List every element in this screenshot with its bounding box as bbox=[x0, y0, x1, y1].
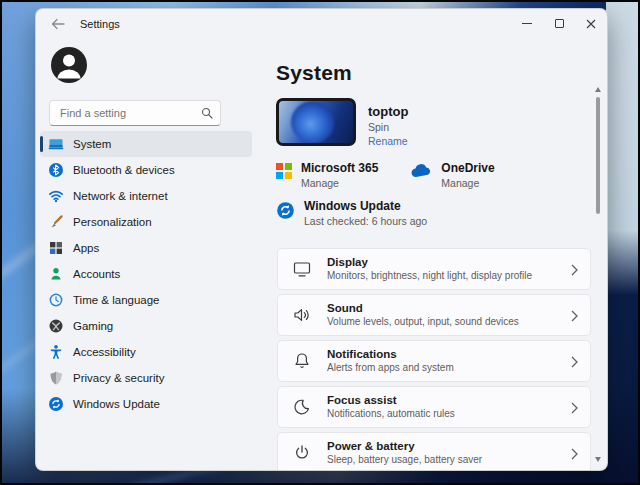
settings-row-subtitle: Monitors, brightness, night light, displ… bbox=[327, 270, 532, 283]
microsoft-logo-icon bbox=[276, 163, 292, 179]
xbox-icon bbox=[48, 318, 64, 334]
scroll-down-icon[interactable] bbox=[595, 457, 601, 462]
settings-row-title: Sound bbox=[327, 301, 519, 315]
search-input[interactable] bbox=[49, 100, 221, 126]
settings-row-focus-assist[interactable]: Focus assist Notifications, automatic ru… bbox=[277, 386, 591, 428]
sidebar-item-accessibility[interactable]: Accessibility bbox=[40, 339, 252, 365]
close-icon bbox=[586, 19, 596, 29]
sidebar-item-apps[interactable]: Apps bbox=[40, 235, 252, 261]
maximize-button[interactable] bbox=[543, 9, 575, 38]
update-subtitle: Last checked: 6 hours ago bbox=[304, 215, 427, 227]
sidebar-item-system[interactable]: System bbox=[40, 131, 252, 157]
sidebar-item-windows-update[interactable]: Windows Update bbox=[40, 391, 252, 417]
sidebar-item-label: Bluetooth & devices bbox=[73, 164, 175, 176]
microsoft-365-link[interactable]: Microsoft 365 Manage bbox=[276, 161, 378, 189]
minimize-icon bbox=[522, 23, 532, 24]
sidebar-item-privacy-security[interactable]: Privacy & security bbox=[40, 365, 252, 391]
power-icon bbox=[292, 443, 312, 463]
sidebar-item-bluetooth-devices[interactable]: Bluetooth & devices bbox=[40, 157, 252, 183]
scrollbar[interactable] bbox=[593, 87, 603, 462]
quick-link-action[interactable]: Manage bbox=[301, 177, 378, 189]
quick-link-action[interactable]: Manage bbox=[441, 177, 494, 189]
minimize-button[interactable] bbox=[511, 9, 543, 38]
settings-row-subtitle: Notifications, automatic rules bbox=[327, 408, 455, 421]
settings-list: Display Monitors, brightness, night ligh… bbox=[277, 248, 591, 471]
sidebar-item-label: Time & language bbox=[73, 294, 160, 306]
chevron-right-icon bbox=[571, 310, 578, 322]
bluetooth-icon bbox=[48, 162, 64, 178]
sidebar-item-accounts[interactable]: Accounts bbox=[40, 261, 252, 287]
shield-icon bbox=[48, 370, 64, 386]
search-icon[interactable] bbox=[201, 107, 213, 119]
close-button[interactable] bbox=[575, 9, 607, 38]
device-name: toptop bbox=[368, 104, 408, 119]
sidebar-item-label: Gaming bbox=[73, 320, 113, 332]
settings-row-subtitle: Sleep, battery usage, battery saver bbox=[327, 454, 482, 467]
wifi-icon bbox=[48, 188, 64, 204]
chevron-right-icon bbox=[571, 448, 578, 460]
titlebar[interactable]: Settings bbox=[36, 9, 607, 39]
windows-update-status[interactable]: Windows Update Last checked: 6 hours ago bbox=[276, 199, 427, 227]
chevron-right-icon bbox=[571, 356, 578, 368]
device-wallpaper-thumbnail bbox=[276, 98, 356, 146]
chevron-right-icon bbox=[571, 402, 578, 414]
sidebar-nav: System Bluetooth & devices Network & int… bbox=[40, 131, 252, 417]
settings-row-sound[interactable]: Sound Volume levels, output, input, soun… bbox=[277, 294, 591, 336]
back-arrow-icon bbox=[51, 18, 65, 30]
settings-row-subtitle: Alerts from apps and system bbox=[327, 362, 454, 375]
sync-icon bbox=[276, 201, 295, 220]
quick-link-title: Microsoft 365 bbox=[301, 161, 378, 175]
monitor-icon bbox=[48, 136, 64, 152]
sidebar-item-label: Network & internet bbox=[73, 190, 168, 202]
sidebar-item-gaming[interactable]: Gaming bbox=[40, 313, 252, 339]
sidebar-item-time-language[interactable]: Time & language bbox=[40, 287, 252, 313]
sidebar-item-personalization[interactable]: Personalization bbox=[40, 209, 252, 235]
device-info: toptop Spin Rename bbox=[276, 98, 408, 147]
accessibility-icon bbox=[48, 344, 64, 360]
page-title: System bbox=[276, 61, 352, 85]
settings-row-subtitle: Volume levels, output, input, sound devi… bbox=[327, 316, 519, 329]
window-title: Settings bbox=[80, 18, 120, 30]
user-avatar[interactable] bbox=[51, 47, 87, 83]
sync-icon bbox=[48, 396, 64, 412]
scroll-up-icon[interactable] bbox=[595, 87, 601, 92]
clock-icon bbox=[48, 292, 64, 308]
moon-icon bbox=[292, 397, 312, 417]
onedrive-link[interactable]: OneDrive Manage bbox=[410, 161, 506, 189]
display-icon bbox=[292, 259, 312, 279]
chevron-right-icon bbox=[571, 264, 578, 276]
quick-links: Microsoft 365 Manage OneDrive Manage bbox=[276, 161, 506, 189]
settings-row-title: Notifications bbox=[327, 347, 454, 361]
settings-row-power-battery[interactable]: Power & battery Sleep, battery usage, ba… bbox=[277, 432, 591, 471]
back-button[interactable] bbox=[44, 12, 72, 36]
device-model: Spin bbox=[368, 121, 408, 133]
quick-link-title: OneDrive bbox=[441, 161, 494, 175]
sidebar-item-label: Privacy & security bbox=[73, 372, 164, 384]
sidebar-item-label: Accounts bbox=[73, 268, 120, 280]
person-icon bbox=[48, 266, 64, 282]
search-box[interactable] bbox=[49, 100, 221, 126]
sidebar-item-label: Accessibility bbox=[73, 346, 136, 358]
sidebar-item-label: Apps bbox=[73, 242, 99, 254]
settings-row-notifications[interactable]: Notifications Alerts from apps and syste… bbox=[277, 340, 591, 382]
sidebar-item-network-internet[interactable]: Network & internet bbox=[40, 183, 252, 209]
settings-row-display[interactable]: Display Monitors, brightness, night ligh… bbox=[277, 248, 591, 290]
update-title: Windows Update bbox=[304, 199, 427, 213]
bell-icon bbox=[292, 351, 312, 371]
sidebar-item-label: Windows Update bbox=[73, 398, 160, 410]
settings-row-title: Power & battery bbox=[327, 439, 482, 453]
sidebar-item-label: System bbox=[73, 138, 111, 150]
rename-link[interactable]: Rename bbox=[368, 135, 408, 147]
onedrive-cloud-icon bbox=[410, 164, 432, 189]
desktop-wallpaper bbox=[606, 0, 640, 295]
maximize-icon bbox=[555, 19, 564, 28]
settings-row-title: Focus assist bbox=[327, 393, 455, 407]
speaker-icon bbox=[292, 305, 312, 325]
settings-window: Settings System Bluetooth & devices bbox=[35, 8, 608, 471]
apps-grid-icon bbox=[48, 240, 64, 256]
brush-icon bbox=[48, 214, 64, 230]
sidebar-item-label: Personalization bbox=[73, 216, 152, 228]
scrollbar-thumb[interactable] bbox=[596, 97, 600, 214]
settings-row-title: Display bbox=[327, 255, 532, 269]
